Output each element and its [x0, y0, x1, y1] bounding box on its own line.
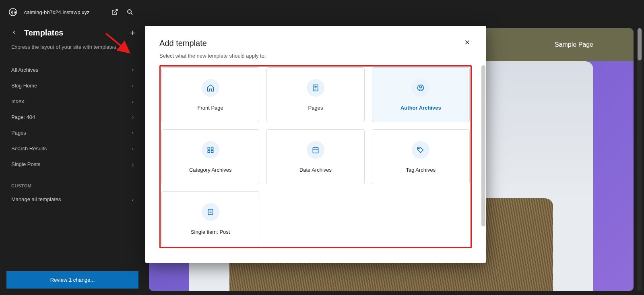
svg-rect-10 [208, 150, 210, 152]
template-label: Date Archives [299, 167, 332, 173]
template-label: Tag Archives [406, 167, 436, 173]
svg-point-16 [419, 148, 420, 149]
sidebar-item-page-404[interactable]: Page: 404 › [11, 109, 134, 125]
sidebar-title: Templates [24, 28, 63, 37]
modal-title: Add template [159, 39, 207, 48]
chevron-right-icon: › [132, 114, 134, 120]
svg-rect-9 [211, 147, 213, 149]
author-icon [412, 79, 429, 97]
sidebar-item-label: Index [11, 98, 24, 104]
template-card-date-archives[interactable]: Date Archives [266, 129, 364, 184]
svg-rect-11 [211, 150, 213, 152]
site-name[interactable]: calming-bb7c24.instawp.xyz [24, 9, 90, 15]
back-icon[interactable] [11, 29, 18, 37]
date-icon [307, 141, 324, 159]
sidebar-header: Templates + [11, 28, 134, 37]
template-label: Single item: Post [191, 229, 230, 235]
preview-nav-link[interactable]: Sample Page [555, 41, 593, 48]
topbar: calming-bb7c24.instawp.xyz [0, 0, 644, 24]
svg-point-7 [420, 86, 422, 88]
template-card-author-archives[interactable]: Author Archives [372, 67, 470, 122]
close-icon[interactable] [464, 39, 472, 47]
chevron-right-icon: › [132, 162, 134, 167]
sidebar-item-label: Single Posts [11, 161, 40, 167]
sidebar-item-label: Blog Home [11, 83, 37, 89]
category-icon [202, 141, 219, 159]
preview-scrollbar-thumb[interactable] [638, 28, 642, 60]
sidebar-description: Express the layout of your site with tem… [11, 44, 134, 50]
sidebar-item-label: Page: 404 [11, 114, 35, 120]
modal-header: Add template [145, 26, 486, 53]
sidebar-item-blog-home[interactable]: Blog Home › [11, 78, 134, 93]
svg-rect-17 [208, 209, 213, 214]
open-external-icon[interactable] [111, 8, 119, 16]
sidebar-item-all-archives[interactable]: All Archives › [11, 62, 134, 78]
custom-section-label: CUSTOM [11, 183, 134, 188]
template-card-category-archives[interactable]: Category Archives [161, 129, 259, 184]
template-card-pages[interactable]: Pages [266, 67, 364, 122]
chevron-right-icon: › [132, 67, 134, 73]
sidebar-item-manage-all[interactable]: Manage all templates › [11, 191, 134, 207]
template-label: Author Archives [400, 105, 441, 111]
sidebar-item-single-posts[interactable]: Single Posts › [11, 156, 134, 172]
modal-description: Select what the new template should appl… [145, 53, 486, 59]
home-icon [202, 79, 219, 97]
template-grid: Front Page Pages Author Archives [161, 67, 470, 246]
add-template-button[interactable]: + [130, 28, 135, 38]
wordpress-logo-icon[interactable] [8, 7, 18, 17]
chevron-right-icon: › [132, 197, 134, 202]
sidebar-item-index[interactable]: Index › [11, 93, 134, 109]
svg-point-1 [128, 10, 131, 13]
svg-rect-12 [313, 148, 318, 153]
search-icon[interactable] [126, 8, 134, 16]
sidebar-item-label: All Archives [11, 67, 38, 73]
review-changes-button[interactable]: Review 1 change... [6, 271, 138, 289]
add-template-modal: Add template Select what the new templat… [145, 26, 486, 263]
sidebar-item-pages[interactable]: Pages › [11, 125, 134, 141]
template-grid-highlight: Front Page Pages Author Archives [159, 65, 472, 248]
chevron-right-icon: › [132, 83, 134, 89]
preview-scrollbar[interactable] [637, 28, 642, 291]
chevron-right-icon: › [132, 99, 134, 104]
modal-body: Front Page Pages Author Archives [145, 65, 486, 263]
chevron-right-icon: › [132, 130, 134, 136]
template-label: Category Archives [189, 167, 232, 173]
sidebar: Templates + Express the layout of your s… [0, 24, 145, 295]
single-icon [202, 203, 219, 221]
tag-icon [412, 141, 429, 159]
template-label: Front Page [198, 105, 223, 111]
sidebar-item-label: Pages [11, 130, 26, 136]
modal-scrollbar[interactable] [481, 65, 485, 226]
svg-rect-8 [208, 147, 210, 149]
sidebar-item-search-results[interactable]: Search Results › [11, 141, 134, 156]
template-card-front-page[interactable]: Front Page [161, 67, 259, 122]
chevron-right-icon: › [132, 146, 134, 152]
template-card-single-post[interactable]: Single item: Post [161, 191, 259, 246]
sidebar-item-label: Manage all templates [11, 196, 61, 202]
template-label: Pages [308, 105, 323, 111]
template-card-tag-archives[interactable]: Tag Archives [372, 129, 470, 184]
page-icon [307, 79, 324, 97]
sidebar-item-label: Search Results [11, 145, 47, 152]
